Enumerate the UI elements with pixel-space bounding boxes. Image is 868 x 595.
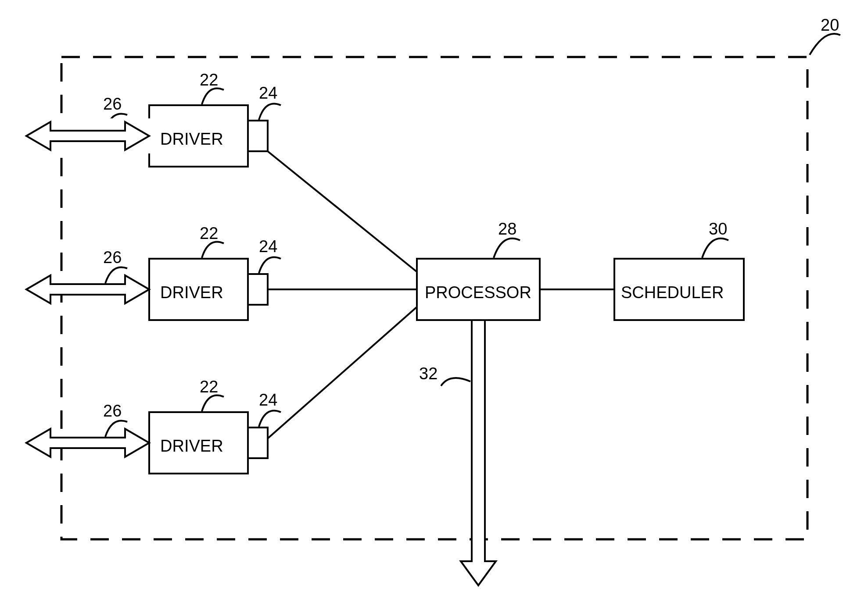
ref-24b: 24 xyxy=(259,237,277,256)
ref-leader-22c xyxy=(202,395,224,411)
driver-label: DRIVER xyxy=(160,283,223,302)
ref-leader-22a xyxy=(202,88,224,104)
ref-32: 32 xyxy=(419,364,438,383)
ref-leader-24a xyxy=(259,103,281,120)
ref-22b: 22 xyxy=(200,224,218,242)
diagram-canvas: 20 DRIVER 22 24 26 DRIVER 22 24 26 DRIVE… xyxy=(0,0,868,595)
ref-22c: 22 xyxy=(200,378,218,396)
output-arrow xyxy=(461,320,496,585)
ref-leader-26c xyxy=(105,421,127,437)
ref-20: 20 xyxy=(821,16,839,34)
ref-leader-24c xyxy=(259,410,281,427)
ref-leader-20 xyxy=(810,34,840,55)
link-driver3-processor xyxy=(268,307,417,438)
ref-leader-32 xyxy=(441,378,470,386)
ref-leader-28 xyxy=(494,239,520,258)
processor-label: PROCESSOR xyxy=(425,283,531,302)
ref-28: 28 xyxy=(498,220,516,238)
driver-attachment xyxy=(248,121,268,151)
ref-leader-26b xyxy=(105,267,127,283)
ref-24c: 24 xyxy=(259,391,277,409)
ref-22a: 22 xyxy=(200,71,218,89)
scheduler-label: SCHEDULER xyxy=(621,283,724,302)
link-driver1-processor xyxy=(268,151,417,272)
driver-attachment xyxy=(248,274,268,305)
ref-leader-22b xyxy=(202,242,224,258)
driver-attachment xyxy=(248,428,268,458)
ref-leader-30 xyxy=(702,239,728,258)
double-arrow-3 xyxy=(26,429,149,457)
ref-26a: 26 xyxy=(103,95,122,113)
ref-26b: 26 xyxy=(103,248,122,267)
double-arrow-2 xyxy=(26,275,149,303)
ref-26c: 26 xyxy=(103,402,122,420)
ref-24a: 24 xyxy=(259,84,277,102)
driver-label: DRIVER xyxy=(160,130,223,148)
ref-leader-24b xyxy=(259,257,281,273)
ref-30: 30 xyxy=(709,220,727,238)
driver-label: DRIVER xyxy=(160,437,223,455)
